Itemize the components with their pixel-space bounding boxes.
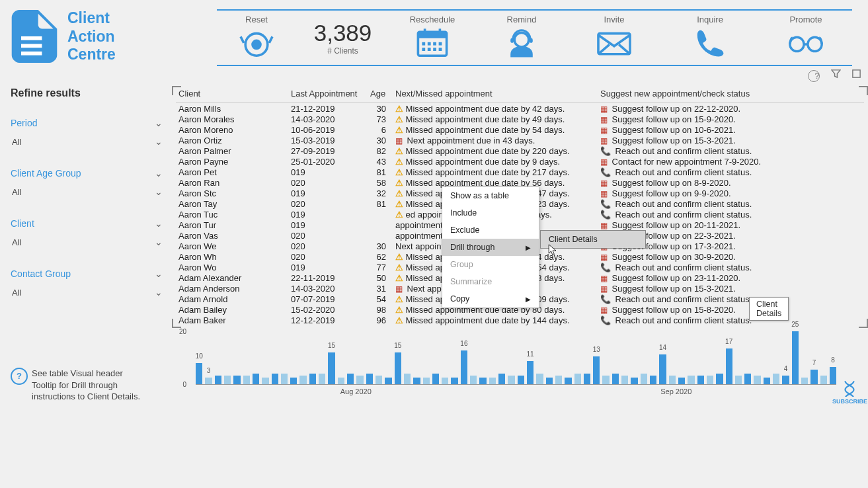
chart-bar[interactable] bbox=[338, 378, 344, 384]
table-row[interactable]: Aaron Morales14-03-202073⚠ Missed appoin… bbox=[176, 114, 864, 124]
chart-bar[interactable]: 13 bbox=[593, 356, 600, 384]
chart-bar[interactable] bbox=[801, 378, 808, 384]
filter-icon[interactable] bbox=[831, 69, 844, 81]
chart-bar[interactable] bbox=[299, 376, 306, 384]
header-last[interactable]: Last Appointment bbox=[288, 86, 368, 103]
chart-bar[interactable] bbox=[621, 376, 628, 384]
filter-period[interactable]: Period⌄ All⌄ bbox=[11, 114, 163, 151]
context-menu[interactable]: Show as a table Include Exclude Drill th… bbox=[442, 186, 539, 308]
chart-bar[interactable] bbox=[413, 378, 420, 384]
card-inquire[interactable]: Inquire bbox=[660, 15, 760, 61]
focus-icon[interactable] bbox=[851, 69, 861, 81]
chart-bar[interactable]: 25 bbox=[792, 331, 799, 384]
chart-bar[interactable] bbox=[536, 374, 543, 384]
chart-bar[interactable] bbox=[669, 376, 676, 384]
chart-bar[interactable] bbox=[574, 374, 581, 384]
chart-bar[interactable] bbox=[470, 376, 477, 384]
chart-bar[interactable] bbox=[281, 374, 288, 384]
chart-bar[interactable]: 16 bbox=[461, 350, 467, 384]
table-row[interactable]: Aaron Pet01981⚠ Missed appointment due d… bbox=[176, 167, 864, 177]
chart-bar[interactable]: 14 bbox=[659, 354, 666, 384]
chart-bar[interactable] bbox=[404, 374, 411, 384]
chart-bar[interactable] bbox=[744, 374, 751, 384]
chart-bar[interactable] bbox=[489, 378, 496, 384]
ctx-copy[interactable]: Copy▶ bbox=[442, 290, 539, 307]
chart-bar[interactable] bbox=[764, 378, 770, 384]
chart-bar[interactable] bbox=[479, 378, 486, 384]
chart-bar[interactable] bbox=[224, 376, 231, 384]
card-promote[interactable]: Promote bbox=[760, 15, 852, 61]
chart-bar[interactable] bbox=[319, 374, 325, 384]
chart-bar[interactable] bbox=[366, 374, 373, 384]
chart-bar[interactable] bbox=[650, 376, 656, 384]
chart-bar[interactable] bbox=[347, 374, 354, 384]
chart-bar[interactable]: 4 bbox=[782, 376, 789, 384]
chart-bar[interactable] bbox=[565, 378, 571, 384]
chart-bar[interactable] bbox=[432, 374, 439, 384]
chart-bar[interactable] bbox=[612, 374, 619, 384]
header-client[interactable]: Client bbox=[176, 86, 288, 103]
chart-bar[interactable]: 7 bbox=[810, 370, 817, 384]
chart-bar[interactable] bbox=[423, 378, 430, 384]
card-reset[interactable]: Reset bbox=[217, 15, 296, 61]
card-invite[interactable]: Invite bbox=[568, 15, 660, 61]
chart-bar[interactable] bbox=[641, 374, 647, 384]
chart-bar[interactable] bbox=[678, 378, 685, 384]
header-next[interactable]: Next/Missed appointment bbox=[393, 86, 598, 103]
chart-bar[interactable]: 3 bbox=[205, 378, 212, 384]
chart-bar[interactable] bbox=[272, 374, 278, 384]
ctx-show-as-table[interactable]: Show as a table bbox=[442, 187, 539, 204]
chart-bar[interactable] bbox=[233, 376, 240, 384]
ctx-include[interactable]: Include bbox=[442, 204, 539, 222]
appointments-chart[interactable]: 20 0 1031515161113141742578 Aug 2020 Sep… bbox=[172, 332, 868, 411]
chart-bar[interactable] bbox=[243, 376, 250, 384]
chart-bar[interactable] bbox=[508, 376, 514, 384]
chart-bar[interactable] bbox=[385, 378, 391, 384]
header-age[interactable]: Age bbox=[368, 86, 393, 103]
chart-bar[interactable] bbox=[215, 376, 221, 384]
subscribe-badge[interactable]: SUBSCRIBE bbox=[832, 380, 867, 405]
table-header-row[interactable]: Client Last Appointment Age Next/Missed … bbox=[176, 86, 864, 103]
chart-bar[interactable] bbox=[697, 376, 704, 384]
chart-bar[interactable] bbox=[602, 376, 609, 384]
chart-bar[interactable]: 15 bbox=[395, 352, 401, 384]
clients-table[interactable]: Client Last Appointment Age Next/Missed … bbox=[172, 86, 868, 325]
chart-bar[interactable]: 11 bbox=[527, 361, 533, 384]
table-row[interactable]: Aaron Payne25-01-202043⚠ Missed appointm… bbox=[176, 156, 864, 167]
card-reschedule[interactable]: Reschedule bbox=[389, 15, 475, 61]
chart-bar[interactable] bbox=[356, 376, 363, 384]
chart-bar[interactable] bbox=[820, 376, 827, 384]
chart-bar[interactable] bbox=[498, 374, 505, 384]
chart-bar[interactable] bbox=[707, 376, 713, 384]
chart-bar[interactable] bbox=[546, 378, 553, 384]
chart-bar[interactable] bbox=[555, 376, 562, 384]
ctx-drill-through[interactable]: Drill through▶ bbox=[442, 239, 539, 256]
chart-bar[interactable] bbox=[688, 376, 694, 384]
chart-bar[interactable] bbox=[631, 378, 637, 384]
chart-bar[interactable]: 15 bbox=[328, 352, 335, 384]
chart-bar[interactable] bbox=[262, 378, 268, 384]
chart-bar[interactable] bbox=[375, 376, 382, 384]
chart-bar[interactable] bbox=[735, 376, 742, 384]
chart-bar[interactable] bbox=[518, 376, 524, 384]
filter-contact-group[interactable]: Contact Group⌄ All⌄ bbox=[11, 264, 163, 302]
filter-age-group[interactable]: Client Age Group⌄ All⌄ bbox=[11, 164, 163, 201]
chart-bar[interactable] bbox=[584, 374, 590, 384]
chart-bar[interactable]: 17 bbox=[726, 348, 732, 384]
chart-bar[interactable] bbox=[773, 374, 779, 384]
table-row[interactable]: Aaron Moreno10-06-20196⚠ Missed appointm… bbox=[176, 124, 864, 135]
header-suggest[interactable]: Suggest new appointment/check status bbox=[598, 86, 864, 103]
ctx-exclude[interactable]: Exclude bbox=[442, 222, 539, 239]
chart-bar[interactable] bbox=[309, 374, 316, 384]
chart-bar[interactable] bbox=[290, 378, 297, 384]
chart-bar[interactable] bbox=[442, 378, 448, 384]
chart-bar[interactable] bbox=[451, 378, 457, 384]
chart-bar[interactable] bbox=[754, 376, 760, 384]
chart-bar[interactable] bbox=[253, 374, 259, 384]
chart-bar[interactable] bbox=[716, 374, 723, 384]
table-row[interactable]: Aaron Palmer27-09-201982⚠ Missed appoint… bbox=[176, 145, 864, 156]
table-row[interactable]: Aaron Mills21-12-201930⚠ Missed appointm… bbox=[176, 103, 864, 114]
filter-client[interactable]: Client⌄ All⌄ bbox=[11, 214, 163, 251]
card-remind[interactable]: Remind bbox=[475, 15, 568, 61]
chart-bar[interactable]: 10 bbox=[196, 363, 202, 384]
